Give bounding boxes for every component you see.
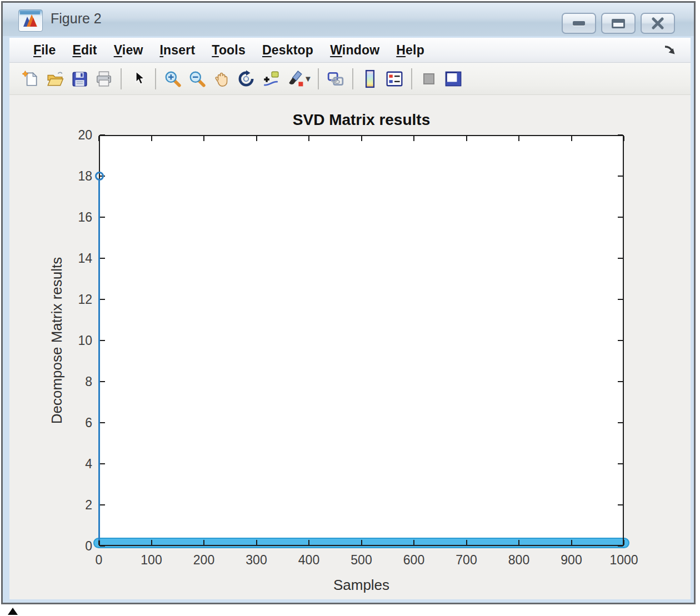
- menu-insert[interactable]: Insert: [151, 43, 203, 58]
- y-tick-label: 14: [78, 251, 92, 266]
- toolbar-separator: [352, 68, 353, 89]
- y-tick-mark-right: [618, 176, 623, 177]
- x-tick-label: 800: [508, 553, 529, 568]
- x-tick-mark-top: [203, 136, 204, 141]
- zoom-in-button[interactable]: [161, 66, 185, 92]
- brush-icon: [286, 70, 304, 88]
- y-tick-mark-right: [618, 217, 623, 218]
- save-figure-button[interactable]: [67, 66, 92, 92]
- minimize-button[interactable]: [562, 13, 596, 34]
- insert-legend-button[interactable]: [382, 66, 407, 92]
- x-tick-label: 400: [298, 553, 319, 568]
- dock-figure-arrow-icon[interactable]: [663, 43, 678, 58]
- y-tick-mark: [100, 545, 105, 547]
- x-tick-mark-top: [361, 136, 362, 141]
- x-tick-mark: [571, 540, 572, 545]
- x-tick-label: 200: [193, 553, 214, 568]
- y-tick-label: 8: [85, 374, 92, 389]
- hide-plot-tools-icon: [421, 71, 437, 87]
- rotate-3d-button[interactable]: [234, 66, 258, 92]
- matlab-logo-icon: [19, 10, 41, 30]
- x-tick-label: 900: [561, 553, 582, 568]
- toolbar-separator: [318, 68, 319, 89]
- window-title: Figure 2: [51, 11, 102, 27]
- y-tick-mark-right: [618, 381, 623, 382]
- y-tick-label: 16: [78, 210, 92, 225]
- y-tick-label: 2: [85, 498, 92, 513]
- menu-view[interactable]: View: [106, 43, 152, 58]
- minimize-icon: [573, 21, 585, 26]
- y-tick-label: 4: [85, 457, 92, 472]
- y-tick-mark-right: [618, 504, 623, 505]
- y-tick-mark: [100, 217, 105, 218]
- mouse-cursor-artifact: [8, 608, 18, 615]
- y-tick-label: 6: [85, 415, 92, 430]
- edit-plot-button[interactable]: [126, 66, 151, 92]
- zoom-out-button[interactable]: [185, 66, 209, 92]
- hide-plot-tools-button[interactable]: [417, 66, 441, 92]
- x-tick-mark: [413, 540, 414, 545]
- pointer-arrow-icon: [130, 70, 147, 88]
- y-tick-mark-right: [618, 340, 623, 341]
- plot-area[interactable]: [99, 135, 624, 546]
- menu-tools[interactable]: Tools: [203, 43, 254, 58]
- new-figure-button[interactable]: [18, 66, 43, 92]
- brush-dropdown-caret-icon[interactable]: ▼: [304, 74, 312, 83]
- menu-file[interactable]: File: [25, 43, 64, 58]
- insert-colorbar-button[interactable]: [358, 66, 382, 92]
- x-tick-mark: [308, 540, 309, 545]
- open-folder-icon: [46, 70, 64, 88]
- y-tick-mark-right: [618, 299, 623, 300]
- zoom-out-icon: [188, 70, 206, 88]
- print-figure-button[interactable]: [92, 66, 116, 92]
- y-tick-mark: [100, 299, 105, 300]
- toolbar-separator: [121, 68, 122, 89]
- menu-edit[interactable]: Edit: [64, 43, 105, 58]
- y-tick-mark: [100, 422, 105, 423]
- restore-button[interactable]: [601, 13, 636, 34]
- show-plot-tools-dock-button[interactable]: [441, 66, 466, 92]
- pan-button[interactable]: [209, 66, 234, 92]
- show-plot-tools-icon: [443, 70, 463, 88]
- y-tick-mark-right: [618, 463, 623, 464]
- close-icon: [651, 17, 665, 29]
- x-tick-mark-top: [151, 136, 152, 141]
- x-tick-mark: [361, 540, 362, 545]
- x-tick-mark-top: [466, 136, 467, 141]
- link-plot-button[interactable]: [323, 66, 348, 92]
- open-file-button[interactable]: [43, 66, 67, 92]
- menu-desktop[interactable]: Desktop: [254, 43, 322, 58]
- x-tick-label: 700: [456, 553, 477, 568]
- x-tick-mark: [466, 540, 467, 545]
- y-tick-label: 0: [85, 539, 92, 554]
- x-tick-mark-top: [98, 136, 99, 141]
- close-button[interactable]: [641, 13, 675, 34]
- title-bar[interactable]: Figure 2: [3, 3, 694, 36]
- pan-hand-icon: [212, 70, 231, 88]
- toolbar-separator: [411, 68, 412, 89]
- menu-help[interactable]: Help: [388, 43, 433, 58]
- series-drop-line: [98, 181, 100, 540]
- x-tick-mark: [518, 540, 519, 545]
- x-tick-label: 100: [141, 553, 162, 568]
- y-tick-mark: [100, 463, 105, 464]
- y-tick-mark: [100, 504, 105, 505]
- y-tick-mark-right: [618, 422, 623, 423]
- new-figure-icon: [22, 70, 39, 88]
- x-tick-mark: [623, 540, 624, 545]
- menu-bar: File Edit View Insert Tools Desktop Wind…: [9, 38, 691, 63]
- screenshot-stage: Figure 2 File Edit View Insert Tools Des…: [0, 0, 700, 616]
- menu-window[interactable]: Window: [322, 43, 388, 58]
- series-marker-point: [95, 172, 104, 181]
- y-tick-mark-right: [618, 258, 623, 259]
- y-tick-mark: [100, 258, 105, 259]
- x-tick-mark-top: [518, 136, 519, 141]
- y-tick-label: 10: [78, 333, 92, 348]
- restore-icon: [612, 19, 625, 28]
- x-tick-label: 0: [96, 553, 103, 568]
- zoom-in-icon: [164, 70, 182, 88]
- data-cursor-button[interactable]: [258, 66, 283, 92]
- y-tick-mark: [100, 134, 105, 136]
- x-tick-label: 300: [246, 553, 267, 568]
- plot-title: SVD Matrix results: [99, 111, 624, 129]
